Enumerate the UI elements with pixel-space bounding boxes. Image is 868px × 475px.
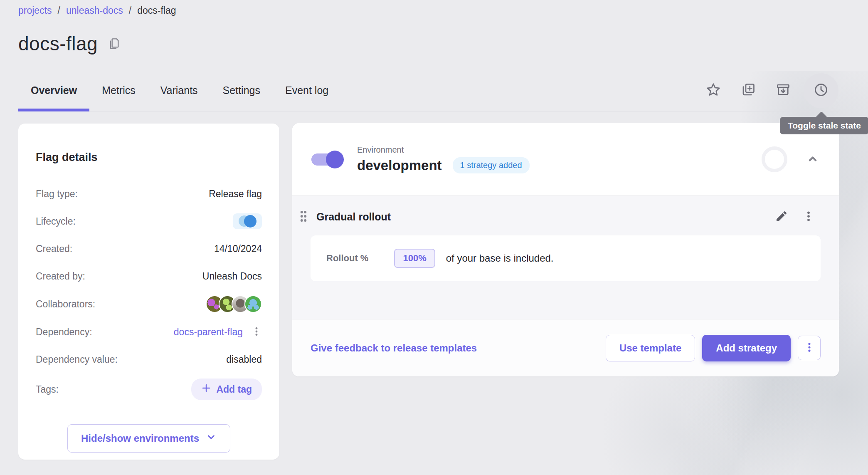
dependency-value-label: Dependency value: (36, 354, 118, 365)
clock-icon (813, 82, 829, 99)
toggle-stale-button[interactable] (804, 73, 838, 108)
lifecycle-stage-chip[interactable] (233, 213, 262, 229)
breadcrumb-separator: / (58, 5, 60, 16)
collaborators-label: Collaborators: (36, 299, 95, 310)
copy-flag-button[interactable] (734, 76, 763, 105)
dependency-link[interactable]: docs-parent-flag (174, 327, 243, 338)
metrics-ring (762, 146, 787, 172)
breadcrumb-project[interactable]: unleash-docs (66, 5, 123, 16)
rollout-percentage-chip: 100% (394, 249, 435, 268)
rollout-label: Rollout % (326, 253, 368, 264)
kebab-icon (804, 341, 815, 354)
environment-footer: Give feedback to release templates Use t… (292, 319, 839, 376)
tab-bar: Overview Metrics Variants Settings Event… (18, 70, 839, 111)
archive-icon (776, 82, 791, 99)
created-label: Created: (36, 243, 72, 255)
copy-name-button[interactable] (108, 37, 121, 51)
tab-overview[interactable]: Overview (18, 70, 89, 111)
breadcrumb-projects[interactable]: projects (18, 5, 52, 16)
page-header: docs-flag (18, 32, 121, 55)
kebab-icon (802, 210, 815, 224)
flag-actions (699, 70, 839, 111)
collapse-environment-button[interactable] (806, 152, 820, 167)
dependency-menu-button[interactable] (251, 326, 262, 338)
favorite-button[interactable] (699, 76, 728, 105)
strategy-count-badge: 1 strategy added (453, 157, 530, 173)
drag-handle-icon (297, 209, 310, 225)
row-tags: Tags: Add tag (36, 379, 262, 400)
copy-icon (108, 37, 121, 51)
chevron-down-icon (206, 432, 217, 445)
environment-name: development (357, 158, 442, 173)
tab-event-log[interactable]: Event log (273, 70, 341, 111)
pencil-icon (775, 210, 788, 224)
created-value: 14/10/2024 (214, 243, 262, 255)
row-created: Created: 14/10/2024 (36, 240, 262, 257)
release-templates-feedback-link[interactable]: Give feedback to release templates (311, 342, 477, 354)
created-by-value: Unleash Docs (202, 271, 262, 282)
use-template-button[interactable]: Use template (606, 335, 695, 361)
row-collaborators: Collaborators: (36, 295, 262, 313)
row-lifecycle: Lifecycle: (36, 213, 262, 230)
row-dependency: Dependency: docs-parent-flag (36, 324, 262, 340)
hide-show-label: Hide/show environments (81, 433, 199, 444)
chevron-up-icon (806, 152, 820, 167)
dependency-label: Dependency: (36, 327, 92, 338)
environment-header: Environment development 1 strategy added (292, 123, 839, 195)
hide-show-environments-button[interactable]: Hide/show environments (67, 424, 230, 453)
environment-toggle[interactable] (311, 153, 341, 166)
tab-metrics[interactable]: Metrics (89, 70, 148, 111)
add-strategy-button[interactable]: Add strategy (702, 335, 791, 361)
collaborator-avatars (206, 295, 262, 313)
add-tag-label: Add tag (216, 384, 252, 395)
collaborator-avatar (244, 295, 262, 313)
strategy-drag-handle[interactable] (297, 209, 310, 225)
flag-type-label: Flag type: (36, 188, 78, 200)
row-dependency-value: Dependency value: disabled (36, 351, 262, 368)
dependency-value: disabled (226, 354, 262, 365)
breadcrumb: projects / unleash-docs / docs-flag (18, 5, 176, 16)
lifecycle-label: Lifecycle: (36, 216, 76, 227)
flag-details-heading: Flag details (36, 151, 262, 164)
row-flag-type: Flag type: Release flag (36, 186, 262, 202)
plus-icon (201, 383, 211, 396)
strategy-title: Gradual rollout (316, 211, 391, 223)
flag-type-value: Release flag (209, 188, 262, 200)
environment-label: Environment (357, 145, 530, 155)
tab-settings[interactable]: Settings (210, 70, 273, 111)
star-icon (706, 82, 721, 99)
add-tag-button[interactable]: Add tag (191, 379, 262, 400)
kebab-icon (251, 326, 262, 338)
page-title: docs-flag (18, 32, 98, 55)
environment-card: Environment development 1 strategy added (292, 123, 839, 376)
flag-details-card: Flag details Flag type: Release flag Lif… (18, 124, 279, 460)
created-by-label: Created by: (36, 271, 85, 282)
copy-add-icon (741, 82, 756, 99)
edit-strategy-button[interactable] (775, 210, 788, 224)
rollout-parameter-box: Rollout % 100% of your base is included. (311, 235, 821, 281)
strategy-menu-button[interactable] (802, 210, 815, 224)
strategy-list: Gradual rollout (292, 195, 839, 319)
more-strategy-options-button[interactable] (798, 336, 821, 360)
row-created-by: Created by: Unleash Docs (36, 268, 262, 285)
tags-label: Tags: (36, 384, 59, 395)
tab-variants[interactable]: Variants (148, 70, 210, 111)
breadcrumb-current: docs-flag (137, 5, 176, 16)
archive-button[interactable] (769, 76, 798, 105)
rollout-description: of your base is included. (446, 252, 554, 264)
breadcrumb-separator: / (129, 5, 131, 16)
tooltip-toggle-stale-state: Toggle stale state (780, 117, 868, 134)
